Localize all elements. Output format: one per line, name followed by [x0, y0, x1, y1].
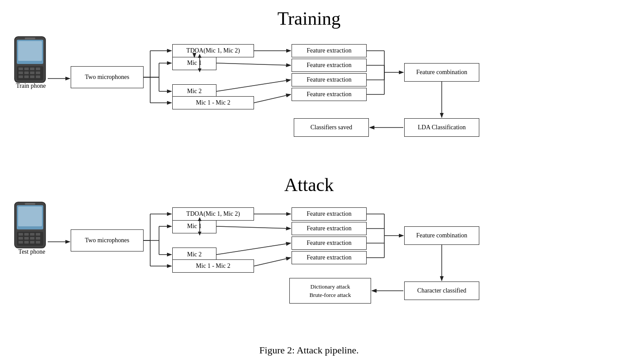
training-classifiers-saved: Classifiers saved [294, 118, 369, 137]
svg-rect-13 [30, 75, 34, 78]
svg-rect-10 [36, 71, 40, 74]
attack-character-classified: Character classified [404, 281, 479, 300]
svg-rect-4 [24, 68, 29, 70]
attack-feat-ext-2: Feature extraction [292, 222, 367, 235]
attack-feat-ext-4: Feature extraction [292, 251, 367, 264]
attack-feat-combo: Feature combination [404, 226, 479, 245]
attack-title: Attack [0, 174, 618, 195]
attack-dict-brute: Dictionary attack Brute-force attack [289, 278, 371, 304]
svg-rect-21 [24, 233, 29, 236]
svg-rect-15 [25, 38, 35, 39]
svg-line-55 [254, 94, 291, 103]
svg-rect-25 [24, 237, 29, 240]
attack-mic-diff: Mic 1 - Mic 2 [172, 259, 254, 273]
svg-rect-14 [36, 75, 40, 78]
svg-rect-7 [19, 71, 23, 74]
svg-line-83 [216, 243, 291, 255]
svg-rect-33 [18, 206, 42, 226]
training-lda: LDA Classification [404, 118, 479, 137]
dict-attack-label: Dictionary attack Brute-force attack [309, 282, 351, 300]
diagram-container: Training Train phone [0, 0, 618, 364]
test-phone-label: Test phone [10, 248, 54, 255]
svg-rect-28 [19, 241, 23, 244]
svg-line-53 [216, 63, 291, 65]
svg-line-54 [216, 80, 291, 91]
train-phone-label: Train phone [9, 83, 53, 90]
attack-two-microphones: Two microphones [71, 229, 144, 251]
test-phone-image [12, 201, 48, 245]
training-feat-combo: Feature combination [404, 63, 479, 82]
svg-rect-16 [18, 41, 42, 61]
figure-caption: Figure 2: Attack pipeline. [0, 345, 618, 356]
training-feat-ext-3: Feature extraction [292, 73, 367, 86]
training-mic-diff: Mic 1 - Mic 2 [172, 96, 254, 109]
attack-feat-ext-1: Feature extraction [292, 207, 367, 221]
attack-mic1: Mic 1 [172, 219, 216, 233]
training-feat-ext-4: Feature extraction [292, 88, 367, 101]
svg-rect-8 [24, 71, 29, 74]
training-feat-ext-1: Feature extraction [292, 44, 367, 57]
svg-rect-31 [36, 241, 40, 244]
svg-rect-23 [36, 233, 40, 236]
svg-rect-22 [30, 233, 34, 236]
svg-rect-24 [19, 237, 23, 240]
svg-rect-6 [36, 68, 40, 70]
svg-line-84 [254, 258, 291, 266]
svg-rect-9 [30, 71, 34, 74]
training-tdoa: TDOA(Mic 1, Mic 2) [172, 44, 254, 57]
svg-rect-26 [30, 237, 34, 240]
training-feat-ext-2: Feature extraction [292, 59, 367, 72]
svg-rect-3 [19, 68, 23, 70]
train-phone-image [12, 35, 48, 79]
attack-feat-ext-3: Feature extraction [292, 236, 367, 250]
svg-rect-5 [30, 68, 34, 70]
training-two-microphones: Two microphones [71, 66, 144, 88]
svg-rect-27 [36, 237, 40, 240]
svg-rect-20 [19, 233, 23, 236]
svg-rect-30 [30, 241, 34, 244]
svg-rect-11 [19, 75, 23, 78]
svg-rect-32 [25, 203, 35, 205]
attack-tdoa: TDOA(Mic 1, Mic 2) [172, 207, 254, 221]
svg-line-82 [216, 226, 291, 229]
training-mic1: Mic 1 [172, 56, 216, 70]
svg-rect-12 [24, 75, 29, 78]
training-title: Training [0, 8, 618, 29]
svg-rect-29 [24, 241, 29, 244]
